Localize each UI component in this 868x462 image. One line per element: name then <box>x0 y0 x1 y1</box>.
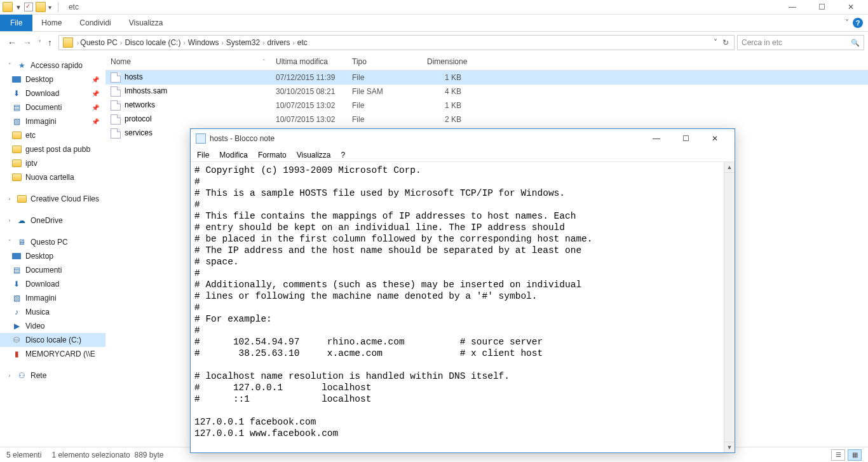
scroll-up-icon[interactable]: ▲ <box>724 162 735 173</box>
chevron-right-icon[interactable]: › <box>120 39 122 46</box>
notepad-menu-item[interactable]: Modifica <box>219 151 248 160</box>
column-date[interactable]: Ultima modifica <box>271 57 347 66</box>
sidebar-item[interactable]: Desktop📌 <box>0 72 105 86</box>
file-icon <box>111 128 121 139</box>
nav-back-button[interactable]: ← <box>8 37 17 48</box>
sidebar-item[interactable]: ▧Immagini <box>0 291 105 305</box>
breadcrumb-segment[interactable]: Disco locale (C:) <box>125 38 180 47</box>
sidebar-item[interactable]: ›⚇Rete <box>0 369 105 383</box>
sidebar-item[interactable]: etc <box>0 128 105 142</box>
minimize-button[interactable]: — <box>778 0 807 15</box>
nav-forward-button[interactable]: → <box>23 37 32 48</box>
sidebar-item[interactable]: Nuova cartella <box>0 170 105 184</box>
sidebar-item[interactable]: ›☁OneDrive <box>0 214 105 228</box>
video-icon: ▶ <box>11 321 22 331</box>
view-icons-button[interactable]: ▦ <box>848 449 862 461</box>
nav-history-dropdown[interactable]: ˅ <box>38 39 41 46</box>
notepad-minimize-button[interactable]: — <box>642 130 671 147</box>
dl-icon: ⬇ <box>11 279 22 289</box>
chevron-right-icon[interactable]: › <box>77 39 79 46</box>
notepad-window[interactable]: hosts - Blocco note — ☐ ✕ FileModificaFo… <box>190 128 735 453</box>
file-name-cell: networks <box>105 100 271 111</box>
file-row[interactable]: hosts07/12/2015 11:39File1 KB <box>105 71 868 85</box>
breadcrumb-segment[interactable]: drivers <box>268 38 290 47</box>
file-row[interactable]: networks10/07/2015 13:02File1 KB <box>105 99 868 112</box>
sidebar-item[interactable]: ⛁Disco locale (C:) <box>0 333 105 347</box>
qat-dropdown-icon[interactable]: ▼ <box>15 4 22 11</box>
notepad-close-button[interactable]: ✕ <box>700 130 729 147</box>
notepad-menu-item[interactable]: ? <box>341 151 346 160</box>
search-icon: 🔍 <box>851 39 860 47</box>
notepad-maximize-button[interactable]: ☐ <box>671 130 700 147</box>
breadcrumb-segment[interactable]: System32 <box>226 38 260 47</box>
list-header: Nome˄ Ultima modifica Tipo Dimensione <box>105 53 868 71</box>
qat-properties-icon[interactable] <box>24 3 33 11</box>
sidebar-item[interactable]: ▶Video <box>0 319 105 333</box>
notepad-menu-item[interactable]: Formato <box>258 151 287 160</box>
explorer-titlebar: ▼ ▾ etc — ☐ ✕ <box>0 0 868 15</box>
sidebar-item[interactable]: ˅★Accesso rapido <box>0 58 105 72</box>
notepad-content[interactable]: # Copyright (c) 1993-2009 Microsoft Corp… <box>191 162 724 452</box>
qat-customize-icon[interactable]: ▾ <box>48 4 51 11</box>
help-icon[interactable]: ? <box>853 18 863 28</box>
sidebar-item[interactable]: ⬇Download📌 <box>0 86 105 100</box>
expand-icon[interactable]: ˅ <box>6 62 13 69</box>
sidebar-item[interactable]: ▮MEMORYCARD (\\E <box>0 347 105 361</box>
expand-icon[interactable]: › <box>6 196 13 202</box>
search-input[interactable]: Cerca in etc 🔍 <box>737 35 864 50</box>
notepad-menu-item[interactable]: Visualizza <box>297 151 331 160</box>
scroll-down-icon[interactable]: ▼ <box>724 442 735 452</box>
chevron-right-icon[interactable]: › <box>183 39 185 46</box>
sidebar-item[interactable]: ▤Documenti <box>0 263 105 277</box>
sidebar-item[interactable]: ›Creative Cloud Files <box>0 192 105 206</box>
ribbon-file-tab[interactable]: File <box>0 15 32 31</box>
chevron-right-icon[interactable]: › <box>221 39 223 46</box>
notepad-menu-item[interactable]: File <box>197 151 209 160</box>
ribbon-tab-home[interactable]: Home <box>32 15 71 31</box>
breadcrumb-segment[interactable]: Questo PC <box>80 38 118 47</box>
ribbon-tab-view[interactable]: Visualizza <box>120 15 172 31</box>
sidebar-item[interactable]: Desktop <box>0 249 105 263</box>
file-row[interactable]: protocol10/07/2015 13:02File2 KB <box>105 112 868 126</box>
sidebar-item[interactable]: iptv <box>0 156 105 170</box>
sidebar-item[interactable]: ▧Immagini📌 <box>0 114 105 128</box>
view-details-button[interactable]: ☰ <box>831 449 845 461</box>
file-row[interactable]: lmhosts.sam30/10/2015 08:21File SAM4 KB <box>105 85 868 99</box>
maximize-button[interactable]: ☐ <box>807 0 836 15</box>
column-size[interactable]: Dimensione <box>422 57 466 66</box>
notepad-scrollbar[interactable]: ▲ ▼ <box>724 162 735 452</box>
expand-icon[interactable]: › <box>6 217 13 224</box>
expand-icon[interactable]: ˅ <box>6 239 13 245</box>
file-icon <box>111 72 121 83</box>
address-dropdown-icon[interactable]: ˅ <box>714 38 717 47</box>
ribbon: File Home Condividi Visualizza ˅ ? <box>0 15 868 32</box>
expand-icon[interactable]: › <box>6 372 13 379</box>
sidebar-item[interactable]: ♪Musica <box>0 305 105 319</box>
column-type[interactable]: Tipo <box>347 57 422 66</box>
chevron-right-icon[interactable]: › <box>262 39 264 46</box>
sidebar-item[interactable]: ⬇Download <box>0 277 105 291</box>
nav-up-button[interactable]: ↑ <box>48 37 52 48</box>
refresh-icon[interactable]: ↻ <box>722 38 729 47</box>
file-date-cell: 10/07/2015 13:02 <box>271 101 347 110</box>
cloud-icon: ☁ <box>17 215 27 226</box>
sidebar-item[interactable]: ˅🖥Questo PC <box>0 235 105 249</box>
column-name[interactable]: Nome˄ <box>105 57 271 66</box>
close-button[interactable]: ✕ <box>836 0 865 15</box>
chevron-right-icon[interactable]: › <box>293 39 295 46</box>
sidebar-item[interactable]: ▤Documenti📌 <box>0 100 105 114</box>
ribbon-expand-icon[interactable]: ˅ <box>845 18 849 27</box>
notepad-title: hosts - Blocco note <box>210 134 275 143</box>
notepad-titlebar[interactable]: hosts - Blocco note — ☐ ✕ <box>191 129 735 148</box>
breadcrumb-segment[interactable]: etc <box>297 38 308 47</box>
sidebar-item-label: Documenti <box>25 103 62 112</box>
doc-icon: ▤ <box>11 102 22 112</box>
qat-newfolder-icon[interactable] <box>36 2 46 12</box>
sidebar-item[interactable]: guest post da pubb <box>0 142 105 156</box>
file-date-cell: 10/07/2015 13:02 <box>271 115 347 124</box>
file-size-cell: 1 KB <box>422 73 466 82</box>
breadcrumb: Questo PC›Disco locale (C:)›Windows›Syst… <box>80 38 709 47</box>
breadcrumb-segment[interactable]: Windows <box>188 38 219 47</box>
ribbon-tab-share[interactable]: Condividi <box>71 15 119 31</box>
address-bar[interactable]: › Questo PC›Disco locale (C:)›Windows›Sy… <box>58 35 735 50</box>
